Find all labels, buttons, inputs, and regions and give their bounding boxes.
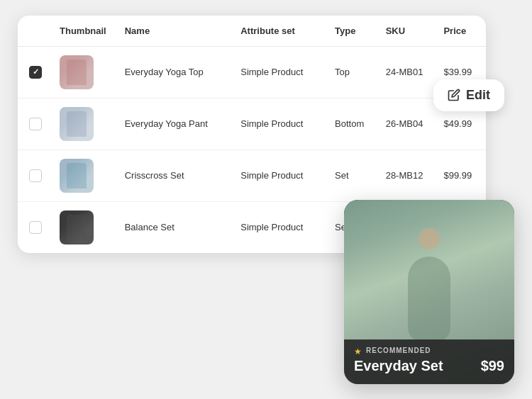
- popup-bottom-bar: ★ RECOMMENDED Everyday Set $99: [344, 339, 514, 384]
- thumbnail-figure: [67, 215, 87, 240]
- table-row[interactable]: ✓Everyday Yoga TopSimple ProductTop24-MB…: [18, 46, 486, 98]
- thumbnail-img: [60, 159, 94, 193]
- type-header: Type: [326, 16, 377, 47]
- row-sku: 26-MB04: [377, 98, 436, 150]
- yoga-body: [408, 257, 450, 342]
- row-checkbox[interactable]: [29, 118, 42, 130]
- row-type: Bottom: [326, 98, 377, 150]
- thumbnail-figure: [67, 111, 87, 137]
- thumbnail-figure: [67, 60, 87, 85]
- row-checkbox-cell: [18, 150, 51, 201]
- row-attribute-set: Simple Product: [232, 98, 326, 150]
- row-checkbox-cell: [18, 201, 51, 253]
- row-thumbnail-cell: [51, 98, 116, 150]
- row-attribute-set: Simple Product: [232, 150, 326, 201]
- row-name: Everyday Yoga Pant: [116, 98, 233, 150]
- thumbnail-header: Thumbnail: [51, 16, 116, 47]
- row-thumbnail-cell: [51, 150, 116, 201]
- edit-icon: [448, 89, 460, 101]
- row-thumbnail-cell: [51, 201, 116, 253]
- thumbnail-img: [60, 210, 94, 245]
- thumbnail-img: [60, 55, 94, 89]
- row-attribute-set: Simple Product: [232, 46, 326, 98]
- popup-recommended-row: ★ RECOMMENDED: [354, 347, 504, 355]
- row-sku: 28-MB12: [377, 150, 436, 201]
- checkmark-icon: ✓: [33, 67, 39, 77]
- row-type: Set: [326, 150, 377, 201]
- edit-button[interactable]: Edit: [433, 79, 504, 111]
- row-checkbox-cell: [18, 98, 51, 150]
- recommended-icon: ★: [354, 347, 362, 355]
- row-checkbox[interactable]: ✓: [29, 66, 42, 79]
- sku-header: SKU: [377, 16, 436, 47]
- table-row[interactable]: Crisscross SetSimple ProductSet28-MB12$9…: [18, 150, 486, 201]
- row-checkbox[interactable]: [29, 221, 42, 234]
- table-header-row: Thumbnail Name Attribute set Type SKU Pr…: [18, 16, 486, 47]
- select-all-header: [18, 16, 51, 47]
- row-sku: 24-MB01: [377, 46, 436, 98]
- row-type: Top: [326, 46, 377, 98]
- row-name: Balance Set: [116, 201, 233, 253]
- attribute-set-header: Attribute set: [232, 16, 326, 47]
- table-row[interactable]: Everyday Yoga PantSimple ProductBottom26…: [18, 98, 486, 150]
- row-checkbox[interactable]: [29, 169, 42, 182]
- popup-product-row: Everyday Set $99: [354, 358, 504, 374]
- row-attribute-set: Simple Product: [232, 201, 326, 253]
- popup-product-name: Everyday Set: [354, 358, 443, 374]
- thumbnail-figure: [67, 163, 87, 189]
- recommended-label: RECOMMENDED: [366, 347, 431, 354]
- main-scene: Thumbnail Name Attribute set Type SKU Pr…: [18, 16, 514, 384]
- popup-product-card: ★ RECOMMENDED Everyday Set $99: [344, 200, 514, 384]
- row-checkbox-cell: ✓: [18, 46, 51, 98]
- price-header: Price: [435, 16, 486, 47]
- popup-price: $99: [481, 358, 504, 374]
- yoga-figure: [387, 228, 472, 342]
- name-header: Name: [116, 16, 233, 47]
- row-thumbnail-cell: [51, 46, 116, 98]
- edit-label: Edit: [466, 88, 490, 103]
- thumbnail-img: [60, 107, 94, 141]
- row-price: $99.99: [435, 150, 486, 201]
- row-name: Everyday Yoga Top: [116, 46, 233, 98]
- row-name: Crisscross Set: [116, 150, 233, 201]
- yoga-head: [419, 228, 440, 249]
